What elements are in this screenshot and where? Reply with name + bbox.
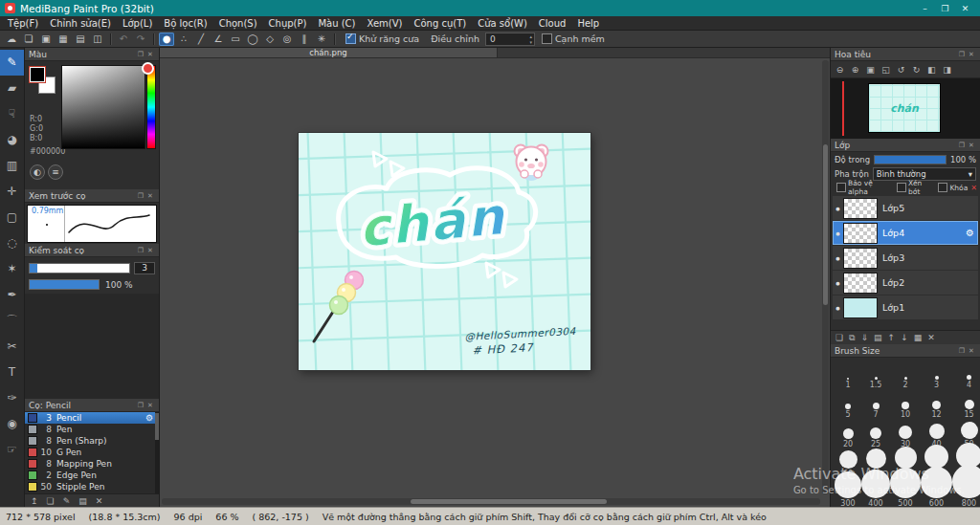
zoom-in-icon[interactable]: ⊕ — [848, 65, 862, 75]
text-tool[interactable]: T — [0, 360, 24, 385]
layer-visibility-icon[interactable]: ● — [833, 305, 843, 311]
reset-view-icon[interactable]: ◨ — [940, 65, 954, 75]
layer-visibility-icon[interactable]: ● — [833, 206, 843, 211]
brush-size-option[interactable]: 800 — [952, 478, 980, 507]
save-icon[interactable]: ▣ — [38, 33, 54, 46]
new-folder-icon[interactable]: ▤ — [874, 333, 882, 342]
finger-tool[interactable]: ☟ — [0, 101, 24, 127]
menu-chup[interactable]: Chụp(P) — [263, 18, 313, 29]
brush-list-scrollbar[interactable] — [155, 412, 159, 493]
color-panel-header[interactable]: Màu ❐ ✕ — [25, 48, 159, 61]
layer-visibility-icon[interactable]: ● — [833, 255, 843, 261]
merge-layer-icon[interactable]: ▦ — [914, 333, 923, 342]
lock-clear-icon[interactable]: ✕ — [970, 184, 977, 192]
layer-row[interactable]: ● Lớp2 — [833, 271, 978, 295]
layers-header[interactable]: Lớp ❐ ✕ — [831, 139, 980, 152]
bucket-tool[interactable]: ◕ — [0, 127, 24, 153]
popout-icon[interactable]: ❐ — [957, 142, 967, 149]
color-wheel-icon[interactable]: ◐ — [30, 164, 45, 180]
brush-size-option[interactable]: 20 — [835, 419, 861, 448]
layer-row[interactable]: ● Lớp1 — [833, 295, 978, 319]
layer-visibility-icon[interactable]: ● — [833, 230, 843, 236]
brush-item[interactable]: 10 G Pen — [25, 447, 159, 458]
cloud-icon[interactable]: ☁ — [4, 33, 19, 46]
popout-icon[interactable]: ❐ — [136, 192, 145, 200]
zoom-out-icon[interactable]: ⊖ — [833, 65, 847, 75]
menu-bo-loc[interactable]: Bộ lọc(R) — [158, 18, 212, 29]
brush-size-option[interactable]: 12 — [921, 389, 952, 419]
select-tool[interactable]: ▢ — [0, 205, 24, 230]
snap-parallel-icon[interactable]: ∥ — [297, 33, 312, 46]
brush-opacity-slider[interactable] — [29, 279, 100, 290]
brush-size-option[interactable]: 10 — [890, 389, 921, 419]
brush-size-option[interactable]: 600 — [921, 478, 952, 507]
close-icon[interactable]: ✕ — [967, 347, 976, 355]
menu-cong-cu[interactable]: Công cụ(T) — [408, 18, 472, 29]
brush-item[interactable]: 50 Stipple Pen — [25, 481, 159, 492]
pen-tool[interactable]: ✒ — [0, 282, 24, 308]
magic-wand-tool[interactable]: ✶ — [0, 256, 24, 282]
scrollbar-thumb[interactable] — [411, 499, 607, 504]
color-slider-mode-icon[interactable]: ≡ — [48, 164, 63, 180]
redo-icon[interactable]: ↷ — [133, 33, 148, 46]
menu-cua-so[interactable]: Cửa sổ(W) — [472, 18, 533, 29]
hue-marker-icon[interactable] — [142, 62, 154, 75]
antialias-checkbox[interactable] — [345, 33, 356, 44]
brush-tool[interactable]: ✎ — [0, 50, 24, 76]
move-layer-down-icon[interactable]: ↓ — [901, 333, 908, 342]
brush-size-option[interactable]: 30 — [890, 419, 921, 448]
horizontal-scrollbar[interactable] — [162, 498, 820, 505]
brush-size-option[interactable]: 400 — [861, 478, 890, 507]
brush-size-option[interactable]: 1.5 — [861, 360, 890, 389]
eraser-tool[interactable]: ▰ — [0, 76, 24, 101]
layer-visibility-icon[interactable]: ● — [833, 280, 843, 286]
popout-icon[interactable]: ❐ — [957, 347, 967, 355]
brush-size-option[interactable]: 3 — [921, 360, 952, 389]
snap-radial-icon[interactable]: ✳ — [314, 33, 329, 46]
spinner-icon[interactable]: ▴▾ — [529, 33, 532, 45]
brush-item[interactable]: 2 Edge Pen — [25, 470, 159, 481]
close-icon[interactable]: ✕ — [145, 402, 155, 409]
adjust-input[interactable]: 0 ▴▾ — [485, 33, 535, 46]
polygon-icon[interactable]: ◇ — [262, 33, 278, 46]
brush-shape-circle-icon[interactable]: ● — [159, 33, 174, 46]
popout-icon[interactable]: ❐ — [136, 51, 145, 58]
menu-xem[interactable]: Xem(V) — [362, 18, 409, 29]
close-icon[interactable]: ✕ — [967, 142, 976, 149]
add-brush-icon[interactable]: ❏ — [47, 496, 55, 506]
layer-row[interactable]: ● Lớp4 ⚙ — [833, 221, 978, 245]
duplicate-layer-icon[interactable]: ⧉ — [849, 333, 855, 343]
brush-size-option[interactable]: 500 — [890, 478, 921, 507]
layer-row[interactable]: ● Lớp3 — [833, 246, 978, 270]
delete-brush-icon[interactable]: ✕ — [96, 496, 103, 506]
brush-item[interactable]: 8 Pen (Sharp) — [25, 435, 159, 447]
transfer-layer-icon[interactable]: ⇓ — [861, 333, 869, 342]
layer-settings-gear-ic on[interactable]: ⚙ — [966, 228, 974, 238]
rect-icon[interactable]: ▭ — [228, 33, 243, 46]
brush-size-option[interactable]: 300 — [835, 478, 861, 507]
scrollbar-thumb[interactable] — [155, 413, 159, 440]
minimize-button[interactable]: – — [915, 4, 935, 13]
divide-tool[interactable]: ✂ — [0, 334, 24, 360]
brush-size-value[interactable]: 3 — [134, 262, 155, 274]
opacity-slider[interactable] — [874, 155, 947, 164]
popout-icon[interactable]: ❐ — [136, 402, 145, 409]
lock-checkbox[interactable] — [938, 183, 947, 192]
polyline-icon[interactable]: ∠ — [211, 33, 226, 46]
layout-panel-icon[interactable]: ◫ — [90, 33, 105, 46]
menu-lop[interactable]: Lớp(L) — [117, 18, 158, 29]
brush-size-option[interactable]: 5 — [835, 389, 861, 419]
brush-size-option[interactable]: 7 — [861, 389, 890, 419]
new-layer-icon[interactable]: ❏ — [835, 333, 843, 342]
brush-up-icon[interactable]: ↥ — [31, 496, 38, 506]
fit-window-icon[interactable]: ▣ — [863, 65, 878, 75]
snap-off-icon[interactable]: ◎ — [279, 33, 295, 46]
layer-row[interactable]: ● Lớp5 — [833, 196, 978, 220]
menu-mau[interactable]: Màu (C) — [312, 18, 361, 29]
scrollbar-thumb[interactable] — [823, 144, 828, 305]
material-panel-icon[interactable]: ▤ — [73, 33, 88, 46]
lasso-tool[interactable]: ◌ — [0, 230, 24, 256]
brush-size-option[interactable]: 25 — [861, 419, 890, 448]
actual-size-icon[interactable]: ◱ — [879, 65, 893, 75]
document-tab[interactable]: chán.png — [160, 48, 498, 57]
